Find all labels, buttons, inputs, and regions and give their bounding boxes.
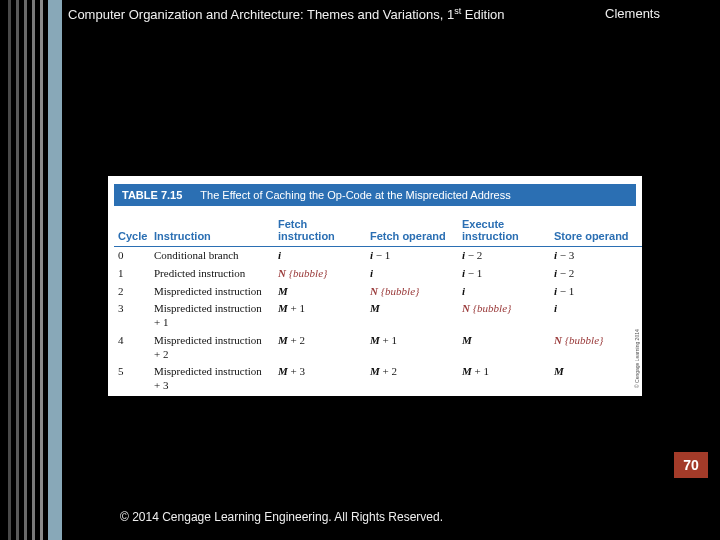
cell-fi: M — [274, 283, 366, 301]
cell-instruction: Predicted instruction — [150, 265, 274, 283]
table-row: 4Mispredicted instruction + 2M + 2M + 1M… — [114, 332, 642, 364]
book-title-main: Computer Organization and Architecture: … — [68, 7, 454, 22]
table-caption-bar: TABLE 7.15 The Effect of Caching the Op-… — [114, 184, 636, 206]
cell-instruction: Mispredicted instruction + 2 — [150, 332, 274, 364]
cell-ei: N {bubble} — [458, 300, 550, 332]
cell-fi: M + 3 — [274, 363, 366, 395]
col-fetch-instruction: Fetch instruction — [274, 216, 366, 247]
cell-cycle: 3 — [114, 300, 150, 332]
data-table: Cycle Instruction Fetch instruction Fetc… — [114, 216, 642, 395]
cell-ei: M — [458, 332, 550, 364]
cell-fi: M + 1 — [274, 300, 366, 332]
decoration-stripe-accent — [48, 0, 62, 540]
table-row: 5Mispredicted instruction + 3M + 3M + 2M… — [114, 363, 642, 395]
cell-fo: i — [366, 265, 458, 283]
cell-instruction: Mispredicted instruction + 3 — [150, 363, 274, 395]
cell-ei: i — [458, 283, 550, 301]
col-instruction: Instruction — [150, 216, 274, 247]
book-title-after: Edition — [461, 7, 504, 22]
decoration-stripe — [16, 0, 19, 540]
cell-so: i − 1 — [550, 283, 642, 301]
table-header-row: Cycle Instruction Fetch instruction Fetc… — [114, 216, 642, 247]
table-side-copyright: © Cengage Learning 2014 — [634, 376, 640, 388]
table-label: TABLE 7.15 — [122, 189, 182, 201]
table-row: 2Mispredicted instructionMN {bubble}ii −… — [114, 283, 642, 301]
table-row: 3Mispredicted instruction + 1M + 1MN {bu… — [114, 300, 642, 332]
cell-cycle: 1 — [114, 265, 150, 283]
cell-cycle: 4 — [114, 332, 150, 364]
slide-header: Computer Organization and Architecture: … — [68, 6, 700, 22]
cell-cycle: 0 — [114, 247, 150, 265]
page-number-badge: 70 — [674, 452, 708, 478]
book-title: Computer Organization and Architecture: … — [68, 7, 505, 22]
col-execute-instruction: Execute instruction — [458, 216, 550, 247]
cell-cycle: 5 — [114, 363, 150, 395]
col-store-operand: Store operand — [550, 216, 642, 247]
col-cycle: Cycle — [114, 216, 150, 247]
cell-so: i − 2 — [550, 265, 642, 283]
cell-fo: N {bubble} — [366, 283, 458, 301]
cell-ei: i − 1 — [458, 265, 550, 283]
col-fetch-operand: Fetch operand — [366, 216, 458, 247]
footer-copyright: © 2014 Cengage Learning Engineering. All… — [120, 510, 443, 524]
cell-cycle: 2 — [114, 283, 150, 301]
table-row: 0Conditional branchii − 1i − 2i − 3 — [114, 247, 642, 265]
cell-instruction: Mispredicted instruction — [150, 283, 274, 301]
cell-ei: M + 1 — [458, 363, 550, 395]
table-panel: TABLE 7.15 The Effect of Caching the Op-… — [108, 176, 642, 396]
decoration-stripe — [40, 0, 43, 540]
cell-ei: i − 2 — [458, 247, 550, 265]
cell-fo: M + 1 — [366, 332, 458, 364]
cell-fi: N {bubble} — [274, 265, 366, 283]
decoration-stripe — [32, 0, 35, 540]
cell-so: i − 3 — [550, 247, 642, 265]
cell-so: N {bubble} — [550, 332, 642, 364]
table-caption: The Effect of Caching the Op-Code at the… — [200, 189, 510, 201]
slide: Computer Organization and Architecture: … — [0, 0, 720, 540]
decoration-stripe — [24, 0, 27, 540]
cell-so: M — [550, 363, 642, 395]
table-row: 1Predicted instructionN {bubble}ii − 1i … — [114, 265, 642, 283]
cell-so: i — [550, 300, 642, 332]
cell-instruction: Conditional branch — [150, 247, 274, 265]
cell-instruction: Mispredicted instruction + 1 — [150, 300, 274, 332]
cell-fo: M — [366, 300, 458, 332]
decoration-stripe — [8, 0, 11, 540]
table-body: 0Conditional branchii − 1i − 2i − 31Pred… — [114, 247, 642, 395]
cell-fi: i — [274, 247, 366, 265]
book-author: Clements — [605, 6, 660, 21]
cell-fo: M + 2 — [366, 363, 458, 395]
cell-fo: i − 1 — [366, 247, 458, 265]
cell-fi: M + 2 — [274, 332, 366, 364]
